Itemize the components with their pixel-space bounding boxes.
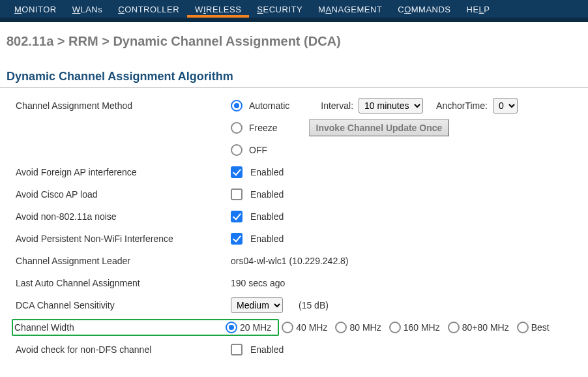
row-avoid-ndfs: Avoid check for non-DFS channel Enabled <box>16 339 581 361</box>
label-channel-method: Channel Assignment Method <box>16 100 231 111</box>
radio-label-8080mhz: 80+80 MHz <box>462 322 509 333</box>
label-channel-width: Channel Width <box>14 322 226 333</box>
select-interval[interactable]: 10 minutes <box>359 98 423 113</box>
label-anchortime: AnchorTime: <box>436 100 488 111</box>
label-avoid-persistent: Avoid Persistent Non-WiFi Interference <box>16 234 231 244</box>
row-method-off: OFF <box>16 139 581 161</box>
radio-width-8080mhz[interactable] <box>448 322 460 333</box>
nav-item-security[interactable]: SECURITY <box>249 0 310 18</box>
checkbox-label-enabled: Enabled <box>250 211 284 222</box>
checkbox-avoid-persistent[interactable] <box>231 233 243 245</box>
select-anchortime[interactable]: 0 <box>493 98 518 113</box>
sensitivity-db: (15 dB) <box>299 300 329 310</box>
radio-label-off: OFF <box>249 145 267 155</box>
label-avoid-foreign: Avoid Foreign AP interference <box>16 167 231 177</box>
label-interval: Interval: <box>321 100 353 111</box>
button-invoke-channel-update[interactable]: Invoke Channel Update Once <box>309 119 450 136</box>
radio-width-40mhz[interactable] <box>282 322 293 333</box>
checkbox-avoid-foreign[interactable] <box>231 166 243 178</box>
radio-method-automatic[interactable] <box>231 100 243 112</box>
breadcrumb: 802.11a > RRM > Dynamic Channel Assignme… <box>0 22 588 54</box>
nav-item-controller[interactable]: CONTROLLER <box>110 0 187 18</box>
checkbox-avoid-cisco[interactable] <box>231 188 243 200</box>
label-avoid-ndfs: Avoid check for non-DFS channel <box>16 344 231 355</box>
value-last-auto: 190 secs ago <box>231 278 285 288</box>
value-leader: ors04-wl-wlc1 (10.229.242.8) <box>231 256 349 266</box>
label-sensitivity: DCA Channel Sensitivity <box>16 300 231 310</box>
radio-width-80mhz[interactable] <box>335 322 347 333</box>
radio-width-best[interactable] <box>517 322 529 333</box>
radio-label-best: Best <box>531 322 550 333</box>
label-last-auto: Last Auto Channel Assignment <box>16 278 231 288</box>
checkbox-avoid-non80211a[interactable] <box>231 211 243 222</box>
nav-item-wlans[interactable]: WLANs <box>65 0 111 18</box>
radio-label-40mhz: 40 MHz <box>296 322 327 333</box>
radio-label-freeze: Freeze <box>249 123 278 133</box>
form-area: Channel Assignment Method Automatic Inte… <box>0 88 588 374</box>
row-avoid-cisco: Avoid Cisco AP load Enabled <box>16 183 581 205</box>
checkbox-label-enabled: Enabled <box>250 189 284 200</box>
radio-label-80mhz: 80 MHz <box>349 322 381 333</box>
select-sensitivity[interactable]: Medium <box>231 297 283 313</box>
label-avoid-cisco: Avoid Cisco AP load <box>16 189 231 200</box>
top-nav: MONITORWLANsCONTROLLERWIRELESSSECURITYMA… <box>0 0 588 20</box>
label-avoid-non80211a: Avoid non-802.11a noise <box>16 211 231 222</box>
section-title: Dynamic Channel Assignment Algorithm <box>0 54 588 88</box>
nav-item-commands[interactable]: COMMANDS <box>390 0 458 18</box>
radio-label-automatic: Automatic <box>249 100 289 111</box>
row-avoid-non80211a: Avoid non-802.11a noise Enabled <box>16 205 581 228</box>
row-method-freeze: Freeze Invoke Channel Update Once <box>16 117 581 139</box>
checkbox-label-enabled: Enabled <box>250 234 284 244</box>
label-leader: Channel Assignment Leader <box>16 256 231 266</box>
nav-item-monitor[interactable]: MONITOR <box>7 0 65 18</box>
nav-item-wireless[interactable]: WIRELESS <box>187 0 249 18</box>
row-channel-method: Channel Assignment Method Automatic Inte… <box>16 95 581 117</box>
radio-label-20mhz: 20 MHz <box>240 322 271 333</box>
radio-width-160mhz[interactable] <box>389 322 401 333</box>
highlight-channel-width: Channel Width 20 MHz <box>12 319 279 336</box>
row-channel-width: Channel Width 20 MHz 40 MHz 80 MHz 160 M… <box>16 316 581 339</box>
radio-method-freeze[interactable] <box>231 122 243 134</box>
checkbox-avoid-ndfs[interactable] <box>231 344 243 355</box>
nav-item-help[interactable]: HELP <box>459 0 498 18</box>
checkbox-label-enabled: Enabled <box>250 344 284 355</box>
row-avoid-foreign: Avoid Foreign AP interference Enabled <box>16 161 581 183</box>
radio-method-off[interactable] <box>231 144 243 156</box>
row-leader: Channel Assignment Leader ors04-wl-wlc1 … <box>16 250 581 272</box>
row-avoid-persistent: Avoid Persistent Non-WiFi Interference E… <box>16 228 581 250</box>
radio-label-160mhz: 160 MHz <box>404 322 440 333</box>
row-last-auto: Last Auto Channel Assignment 190 secs ag… <box>16 272 581 294</box>
checkbox-label-enabled: Enabled <box>250 167 284 177</box>
nav-item-management[interactable]: MANAGEMENT <box>310 0 390 18</box>
row-sensitivity: DCA Channel Sensitivity Medium (15 dB) <box>16 294 581 316</box>
radio-width-20mhz[interactable] <box>226 322 237 333</box>
